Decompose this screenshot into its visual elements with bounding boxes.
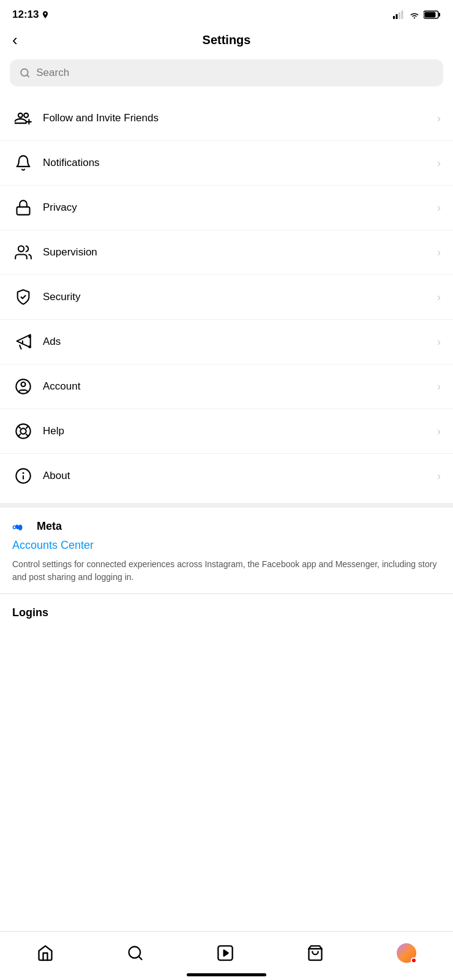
status-time: 12:13	[12, 9, 50, 21]
menu-item-ads[interactable]: Ads ›	[0, 320, 453, 364]
bottom-nav	[0, 931, 453, 980]
menu-label-follow: Follow and Invite Friends	[43, 112, 437, 124]
chevron-ads: ›	[437, 336, 441, 349]
battery-icon	[424, 10, 441, 19]
menu-label-security: Security	[43, 291, 437, 303]
status-bar: 12:13	[0, 0, 453, 27]
info-circle-icon	[12, 465, 34, 487]
menu-item-notifications[interactable]: Notifications ›	[0, 141, 453, 186]
search-input[interactable]	[36, 67, 433, 79]
search-container	[0, 55, 453, 96]
chevron-help: ›	[437, 425, 441, 438]
svg-line-20	[26, 434, 28, 436]
svg-rect-6	[425, 12, 436, 18]
bell-icon	[12, 152, 34, 174]
menu-label-supervision: Supervision	[43, 246, 437, 258]
back-button[interactable]: ‹	[12, 31, 18, 50]
menu-item-about[interactable]: About ›	[0, 454, 453, 498]
svg-rect-5	[439, 13, 441, 17]
chevron-security: ›	[437, 291, 441, 304]
lock-icon	[12, 197, 34, 219]
nav-reels[interactable]	[217, 944, 234, 962]
svg-line-8	[27, 75, 29, 77]
nav-search[interactable]	[127, 944, 144, 962]
nav-profile[interactable]	[397, 943, 416, 963]
meta-logo-icon: ∞	[12, 521, 32, 533]
section-divider	[0, 503, 453, 508]
search-bar[interactable]	[10, 59, 443, 86]
chevron-notifications: ›	[437, 157, 441, 170]
chevron-about: ›	[437, 470, 441, 483]
svg-marker-31	[224, 950, 228, 956]
meta-section: ∞ Meta Accounts Center Control settings …	[0, 508, 453, 594]
accounts-center-link[interactable]: Accounts Center	[12, 539, 441, 552]
svg-point-14	[29, 346, 30, 347]
home-icon	[37, 944, 54, 962]
nav-shop[interactable]	[307, 944, 324, 962]
svg-point-13	[29, 336, 30, 337]
chevron-account: ›	[437, 380, 441, 393]
svg-point-16	[21, 382, 26, 386]
menu-label-account: Account	[43, 380, 437, 393]
nav-search-icon	[127, 944, 144, 962]
wifi-icon	[409, 10, 420, 19]
svg-line-29	[138, 956, 141, 959]
person-circle-icon	[12, 375, 34, 398]
shield-check-icon	[12, 286, 34, 308]
svg-line-22	[26, 426, 28, 428]
logins-section: Logins	[0, 594, 453, 619]
menu-label-help: Help	[43, 425, 437, 437]
reels-icon	[217, 944, 234, 962]
menu-item-supervision[interactable]: Supervision ›	[0, 230, 453, 275]
settings-menu-list: Follow and Invite Friends › Notification…	[0, 96, 453, 498]
home-indicator	[187, 973, 266, 976]
location-icon	[41, 10, 50, 19]
svg-rect-1	[396, 14, 398, 19]
svg-rect-3	[402, 10, 403, 19]
menu-item-account[interactable]: Account ›	[0, 364, 453, 409]
search-icon	[20, 67, 30, 78]
menu-item-follow[interactable]: Follow and Invite Friends ›	[0, 96, 453, 141]
signal-icon	[393, 10, 405, 19]
follow-icon	[12, 107, 34, 129]
lifebuoy-icon	[12, 420, 34, 442]
chevron-follow: ›	[437, 112, 441, 125]
chevron-privacy: ›	[437, 202, 441, 214]
menu-label-privacy: Privacy	[43, 202, 437, 214]
shop-icon	[307, 944, 324, 962]
nav-home[interactable]	[37, 944, 54, 962]
svg-rect-2	[399, 12, 400, 19]
svg-point-18	[20, 428, 26, 434]
status-icons	[393, 10, 441, 19]
page-header: ‹ Settings	[0, 27, 453, 55]
chevron-supervision: ›	[437, 246, 441, 259]
svg-line-21	[18, 434, 20, 436]
meta-description: Control settings for connected experienc…	[12, 558, 441, 584]
menu-label-notifications: Notifications	[43, 157, 437, 169]
menu-item-help[interactable]: Help ›	[0, 409, 453, 454]
notification-dot	[411, 957, 417, 963]
menu-item-security[interactable]: Security ›	[0, 275, 453, 320]
menu-label-about: About	[43, 470, 437, 482]
svg-point-12	[18, 246, 24, 252]
megaphone-icon	[12, 331, 34, 353]
logins-title: Logins	[12, 606, 48, 619]
supervision-icon	[12, 241, 34, 263]
page-title: Settings	[203, 33, 251, 47]
avatar	[397, 943, 416, 963]
meta-logo-text: Meta	[37, 520, 62, 533]
svg-rect-11	[17, 207, 30, 215]
svg-line-19	[18, 426, 20, 428]
meta-logo-row: ∞ Meta	[12, 520, 441, 533]
svg-text:∞: ∞	[12, 521, 20, 533]
menu-item-privacy[interactable]: Privacy ›	[0, 186, 453, 230]
menu-label-ads: Ads	[43, 336, 437, 348]
svg-rect-0	[393, 16, 395, 19]
